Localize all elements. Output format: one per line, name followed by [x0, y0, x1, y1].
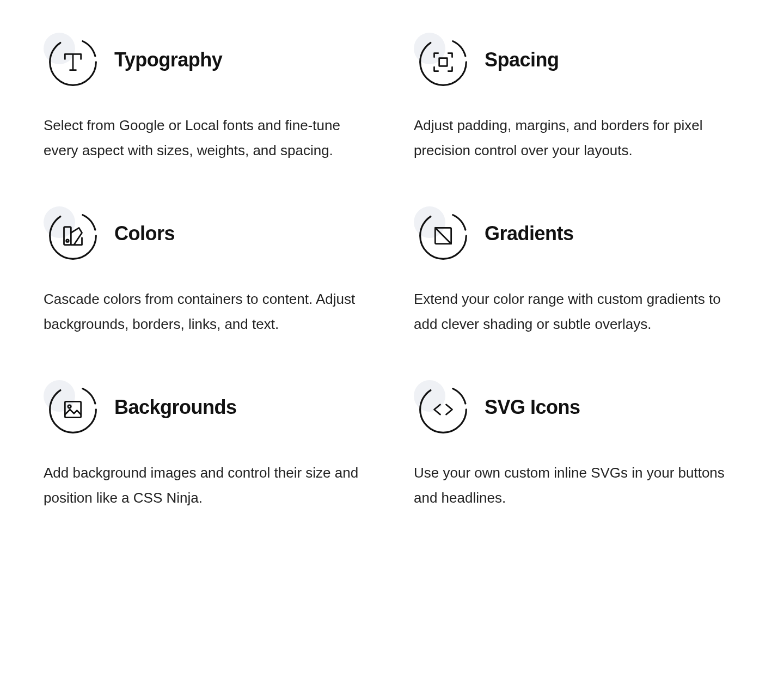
feature-card: Backgrounds Add background images and co… [44, 380, 370, 510]
svg-icons-icon [414, 380, 468, 435]
feature-header: Gradients [414, 206, 740, 261]
svg-point-5 [66, 240, 69, 242]
feature-header: Colors [44, 206, 370, 261]
feature-title: SVG Icons [485, 396, 580, 419]
feature-card: Gradients Extend your color range with c… [414, 206, 740, 337]
feature-header: SVG Icons [414, 380, 740, 435]
feature-card: Typography Select from Google or Local f… [44, 33, 370, 163]
feature-title: Colors [114, 222, 175, 245]
gradients-icon [414, 206, 468, 261]
feature-title: Gradients [485, 222, 574, 245]
feature-desc: Adjust padding, margins, and borders for… [414, 113, 740, 163]
feature-desc: Select from Google or Local fonts and fi… [44, 113, 370, 163]
backgrounds-icon [44, 380, 98, 435]
feature-card: Colors Cascade colors from containers to… [44, 206, 370, 337]
feature-card: Spacing Adjust padding, margins, and bor… [414, 33, 740, 163]
spacing-icon [414, 33, 468, 87]
feature-desc: Cascade colors from containers to conten… [44, 287, 370, 337]
svg-rect-10 [65, 401, 81, 417]
colors-icon [44, 206, 98, 261]
svg-line-8 [435, 228, 451, 243]
typography-icon [44, 33, 98, 87]
feature-desc: Use your own custom inline SVGs in your … [414, 461, 740, 510]
svg-rect-2 [439, 58, 448, 66]
feature-title: Spacing [485, 48, 559, 71]
feature-title: Typography [114, 48, 222, 71]
feature-title: Backgrounds [114, 396, 237, 419]
svg-point-11 [68, 405, 71, 408]
feature-desc: Extend your color range with custom grad… [414, 287, 740, 337]
feature-desc: Add background images and control their … [44, 461, 370, 510]
feature-header: Spacing [414, 33, 740, 87]
feature-header: Backgrounds [44, 380, 370, 435]
feature-header: Typography [44, 33, 370, 87]
feature-grid: Typography Select from Google or Local f… [44, 33, 740, 510]
feature-card: SVG Icons Use your own custom inline SVG… [414, 380, 740, 510]
